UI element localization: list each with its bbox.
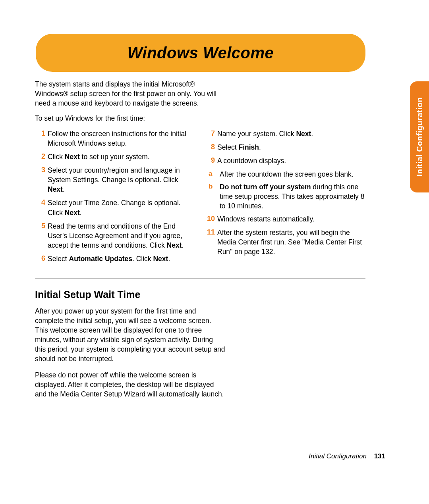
steps-column-left: 1Follow the onscreen instructions for th… (35, 129, 196, 268)
step-text: Select your Time Zone. Change is optiona… (48, 198, 196, 217)
step-item: 7Name your system. Click Next. (205, 129, 365, 139)
step-text: Windows restarts automatically. (217, 214, 365, 224)
page-footer: Initial Configuration 131 (309, 452, 385, 460)
step-text: Name your system. Click Next. (217, 129, 365, 139)
step-item: 8Select Finish. (205, 142, 365, 152)
wait-time-paragraph-2: Please do not power off while the welcom… (35, 370, 226, 399)
section-tab: Initial Configuration (410, 81, 429, 192)
intro-paragraph: The system starts and displays the initi… (35, 79, 222, 108)
substep-letter: b (209, 182, 220, 211)
step-item: 10Windows restarts automatically. (205, 214, 365, 224)
step-item: 9A countdown displays. (205, 156, 365, 165)
step-text: Follow the onscreen instructions for the… (48, 129, 196, 148)
wait-time-section: Initial Setup Wait Time After you power … (35, 288, 365, 399)
substep-text: After the countdown the screen goes blan… (220, 169, 365, 179)
step-number: 1 (35, 129, 48, 148)
page-content: The system starts and displays the initi… (35, 79, 365, 405)
step-number: 6 (35, 254, 48, 264)
step-text: After the system restarts, you will begi… (217, 228, 365, 256)
steps-columns: 1Follow the onscreen instructions for th… (35, 129, 365, 268)
step-item: 2Click Next to set up your system. (35, 152, 196, 162)
wait-time-paragraph-1: After you power up your system for the f… (35, 306, 226, 364)
step-text: A countdown displays. (217, 156, 365, 165)
substep-text: Do not turn off your system during this … (220, 182, 365, 211)
step-text: Select Finish. (217, 142, 365, 152)
wait-time-heading: Initial Setup Wait Time (35, 288, 365, 302)
step-item: 1Follow the onscreen instructions for th… (35, 129, 196, 148)
step-number: 7 (205, 129, 217, 139)
substep-letter: a (209, 169, 220, 179)
step-item: 5Read the terms and conditions of the En… (35, 221, 196, 250)
chapter-banner: Windows Welcome (36, 34, 365, 72)
section-tab-label: Initial Configuration (415, 97, 424, 176)
step-number: 2 (35, 152, 48, 162)
step-number: 9 (205, 156, 217, 165)
chapter-title: Windows Welcome (128, 44, 274, 62)
step-text: Read the terms and conditions of the End… (48, 221, 196, 250)
substep-item: aAfter the countdown the screen goes bla… (209, 169, 365, 179)
step-item: 3Select your country/region and language… (35, 165, 196, 194)
footer-section: Initial Configuration (309, 452, 367, 460)
step-item: 11After the system restarts, you will be… (205, 228, 365, 256)
intro-lead-in: To set up Windows for the first time: (35, 113, 222, 123)
document-page: Initial Configuration Windows Welcome Th… (0, 0, 429, 504)
step-text: Select Automatic Updates. Click Next. (48, 254, 196, 264)
steps-column-right: 7Name your system. Click Next.8Select Fi… (205, 129, 365, 268)
step-number: 11 (205, 228, 217, 256)
step-number: 4 (35, 198, 48, 217)
substep-item: bDo not turn off your system during this… (209, 182, 365, 211)
step-item: 4Select your Time Zone. Change is option… (35, 198, 196, 217)
step-number: 5 (35, 221, 48, 250)
step-number: 10 (205, 214, 217, 224)
step-number: 8 (205, 142, 217, 152)
step-text: Click Next to set up your system. (48, 152, 196, 162)
step-text: Select your country/region and language … (48, 165, 196, 194)
step-number: 3 (35, 165, 48, 194)
section-divider (35, 279, 365, 279)
step-item: 6Select Automatic Updates. Click Next. (35, 254, 196, 264)
footer-page-number: 131 (374, 452, 385, 460)
